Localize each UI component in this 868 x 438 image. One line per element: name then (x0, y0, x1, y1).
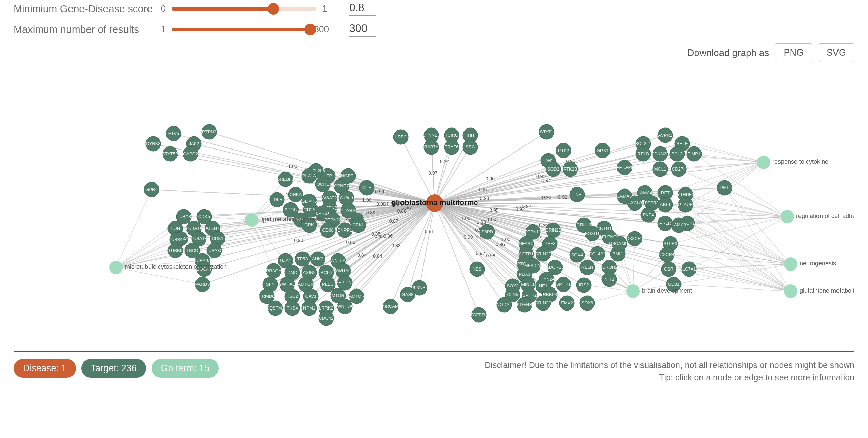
svg-text:CDKN2B: CDKN2B (651, 151, 669, 156)
svg-text:CRK: CRK (304, 222, 314, 227)
svg-text:ETV5: ETV5 (168, 131, 179, 136)
svg-text:NFIB: NFIB (604, 277, 614, 282)
svg-text:S6PD: S6PD (481, 229, 493, 234)
svg-text:JAK2: JAK2 (189, 141, 199, 146)
svg-text:TGFBR2: TGFBR2 (470, 312, 487, 317)
svg-text:AGTR1: AGTR1 (519, 251, 533, 256)
svg-text:SLC7A11: SLC7A11 (679, 266, 698, 272)
svg-line-222 (633, 239, 635, 291)
svg-point-619 (626, 284, 640, 298)
svg-text:neurogenesis: neurogenesis (800, 260, 836, 267)
svg-text:0.84: 0.84 (357, 252, 367, 258)
svg-text:CD36: CD36 (322, 227, 333, 233)
svg-text:TP53: TP53 (297, 256, 308, 261)
svg-text:SOX6: SOX6 (581, 300, 593, 305)
svg-text:0.87: 0.87 (389, 218, 398, 224)
svg-text:1.00: 1.00 (362, 197, 371, 203)
svg-text:EMX2: EMX2 (561, 300, 573, 305)
svg-text:ADGRB1: ADGRB1 (546, 265, 564, 270)
svg-text:PTK2B: PTK2B (563, 166, 577, 172)
svg-text:0.86: 0.86 (346, 240, 355, 245)
svg-line-206 (679, 169, 787, 217)
svg-text:SRC: SRC (466, 144, 475, 150)
svg-text:ATXN7: ATXN7 (206, 226, 220, 231)
svg-text:glutathione metabolic process: glutathione metabolic process (800, 287, 854, 294)
svg-text:1.00: 1.00 (487, 217, 496, 222)
svg-text:C16orf: C16orf (340, 195, 353, 200)
svg-text:0.96: 0.96 (496, 242, 505, 247)
svg-text:PTPN2: PTPN2 (202, 129, 216, 134)
svg-text:LRP2: LRP2 (395, 134, 407, 139)
svg-text:0.89: 0.89 (366, 210, 375, 215)
svg-text:0.92: 0.92 (558, 194, 567, 200)
svg-text:DYRK3: DYRK3 (146, 141, 160, 146)
svg-text:CTNNB1: CTNNB1 (422, 133, 440, 138)
svg-text:LRRK2: LRRK2 (319, 305, 333, 311)
svg-text:MINK1: MINK1 (521, 282, 535, 287)
svg-point-623 (784, 284, 797, 298)
controls-panel: Minimium Gene-Disease score 0 1 0.8 Maxi… (14, 0, 854, 37)
svg-text:PHF8: PHF8 (544, 241, 555, 246)
svg-text:SPHK1: SPHK1 (556, 282, 571, 287)
svg-text:NPM1: NPM1 (303, 305, 315, 311)
score-slider[interactable] (172, 7, 317, 11)
svg-text:STAT1: STAT1 (540, 129, 553, 134)
svg-text:MACROH2A2: MACROH2A2 (596, 265, 623, 270)
svg-text:NRCAM: NRCAM (382, 304, 399, 309)
svg-text:ABL1: ABL1 (660, 202, 671, 207)
svg-text:ANK2: ANK2 (312, 256, 323, 261)
badge-goterm[interactable]: Go term: 15 (152, 359, 219, 378)
results-slider[interactable] (172, 28, 310, 31)
score-slider-thumb[interactable] (268, 3, 279, 15)
svg-text:FOXG1: FOXG1 (585, 231, 600, 236)
svg-text:RET: RET (661, 190, 670, 195)
svg-text:RRAGA: RRAGA (266, 268, 282, 273)
svg-text:PLEC: PLEC (322, 282, 334, 287)
svg-text:LAMTOR3: LAMTOR3 (295, 282, 316, 287)
svg-text:TBCD: TBCD (186, 248, 198, 253)
svg-text:ENPP1: ENPP1 (338, 227, 352, 233)
svg-text:0.95: 0.95 (489, 207, 498, 213)
download-png-button[interactable]: PNG (775, 43, 812, 62)
svg-point-613 (109, 261, 123, 274)
svg-text:GRHL2: GRHL2 (576, 222, 591, 227)
graph-canvas[interactable]: 1.001.001.001.000.990.990.980.980.970.97… (14, 67, 854, 352)
svg-text:RELN: RELN (581, 265, 593, 270)
svg-text:RAB7A: RAB7A (424, 144, 439, 150)
svg-text:NES: NES (473, 266, 482, 272)
svg-text:PLXNB2: PLXNB2 (411, 285, 428, 290)
svg-text:KDM4B: KDM4B (517, 302, 532, 307)
svg-text:0.96: 0.96 (477, 187, 487, 192)
results-value-input[interactable]: 300 (349, 22, 376, 37)
badge-disease[interactable]: Disease: 1 (14, 359, 76, 378)
svg-text:0.94: 0.94 (541, 178, 551, 183)
svg-text:0.93: 0.93 (480, 196, 489, 201)
svg-text:GAS8: GAS8 (402, 292, 414, 297)
svg-text:BMI1: BMI1 (613, 251, 623, 256)
svg-text:SFN: SFN (266, 282, 275, 287)
svg-text:0.96: 0.96 (486, 176, 495, 181)
svg-point-615 (757, 156, 770, 169)
svg-text:TNF: TNF (573, 192, 581, 197)
svg-text:0.93: 0.93 (542, 195, 551, 200)
score-value-input[interactable]: 0.8 (349, 1, 376, 16)
svg-text:1.00: 1.00 (501, 237, 510, 242)
svg-text:TUBB4A: TUBB4A (169, 237, 186, 242)
svg-text:SOD2: SOD2 (547, 166, 559, 172)
svg-text:OCRL: OCRL (317, 182, 329, 187)
download-svg-button[interactable]: SVG (818, 43, 854, 62)
svg-text:BCL2: BCL2 (672, 151, 683, 156)
svg-text:TSC2: TSC2 (287, 294, 298, 299)
svg-text:WNT3A: WNT3A (337, 304, 353, 309)
svg-text:NODAL: NODAL (497, 302, 512, 307)
svg-text:CLN5: CLN5 (507, 292, 518, 297)
svg-text:LAMA4: LAMA4 (638, 190, 652, 195)
svg-text:microtubule cytoskeleton organ: microtubule cytoskeleton organization (125, 263, 227, 270)
svg-text:0.98: 0.98 (376, 201, 386, 207)
badge-target[interactable]: Target: 236 (81, 359, 146, 378)
svg-text:PRLR: PRLR (659, 221, 671, 226)
results-slider-thumb[interactable] (304, 24, 316, 35)
svg-text:BCL6: BCL6 (321, 270, 332, 275)
results-control-row: Maximum number of results 1 300 300 (14, 22, 854, 37)
svg-text:GSR: GSR (664, 266, 673, 272)
